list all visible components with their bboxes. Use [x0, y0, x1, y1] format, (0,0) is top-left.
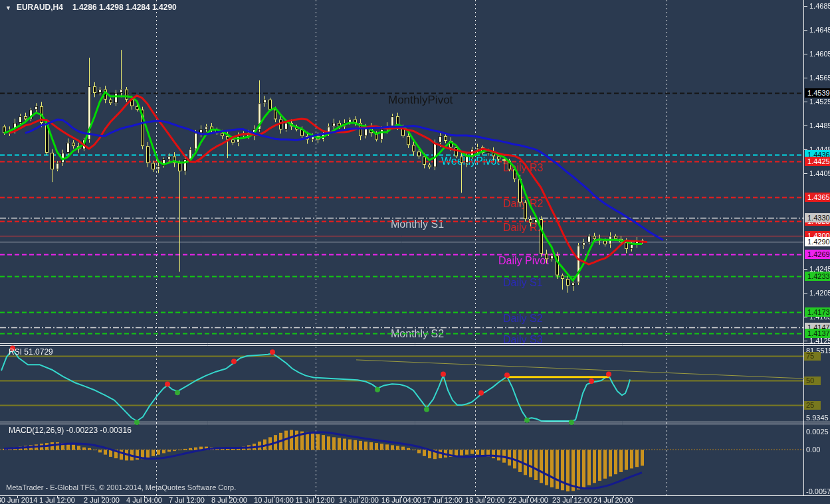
chart-canvas[interactable]: [0, 0, 830, 504]
mt4-chart-window: ▼EURAUD,H41.4286 1.4298 1.4284 1.4290 RS…: [0, 0, 830, 504]
